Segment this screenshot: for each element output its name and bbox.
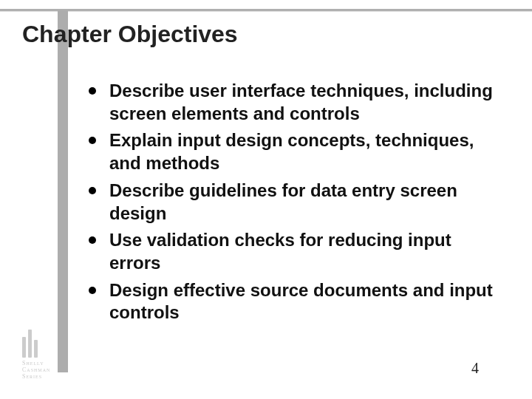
bullet-list: Describe user interface techniques, incl… bbox=[89, 80, 502, 329]
list-item: Design effective source documents and in… bbox=[89, 279, 502, 324]
side-accent-bar bbox=[58, 10, 68, 372]
top-rule bbox=[0, 9, 532, 11]
bullet-icon bbox=[89, 187, 96, 194]
list-item: Explain input design concepts, technique… bbox=[89, 129, 502, 174]
logo-bars-icon bbox=[22, 328, 64, 358]
list-item: Describe user interface techniques, incl… bbox=[89, 80, 502, 125]
logo-text-line: Series bbox=[22, 374, 64, 381]
list-item: Describe guidelines for data entry scree… bbox=[89, 180, 502, 225]
bullet-icon bbox=[89, 287, 96, 294]
list-item: Use validation checks for reducing input… bbox=[89, 229, 502, 274]
list-item-text: Describe user interface techniques, incl… bbox=[109, 80, 502, 125]
series-logo: Shelly Cashman Series bbox=[22, 328, 64, 380]
page-number: 4 bbox=[471, 360, 479, 377]
bullet-icon bbox=[89, 236, 96, 244]
list-item-text: Describe guidelines for data entry scree… bbox=[109, 180, 502, 225]
bullet-icon bbox=[89, 87, 96, 95]
list-item-text: Explain input design concepts, technique… bbox=[109, 129, 502, 174]
bullet-icon bbox=[89, 137, 96, 144]
list-item-text: Design effective source documents and in… bbox=[109, 279, 502, 324]
slide-title: Chapter Objectives bbox=[22, 21, 238, 48]
list-item-text: Use validation checks for reducing input… bbox=[109, 229, 502, 274]
